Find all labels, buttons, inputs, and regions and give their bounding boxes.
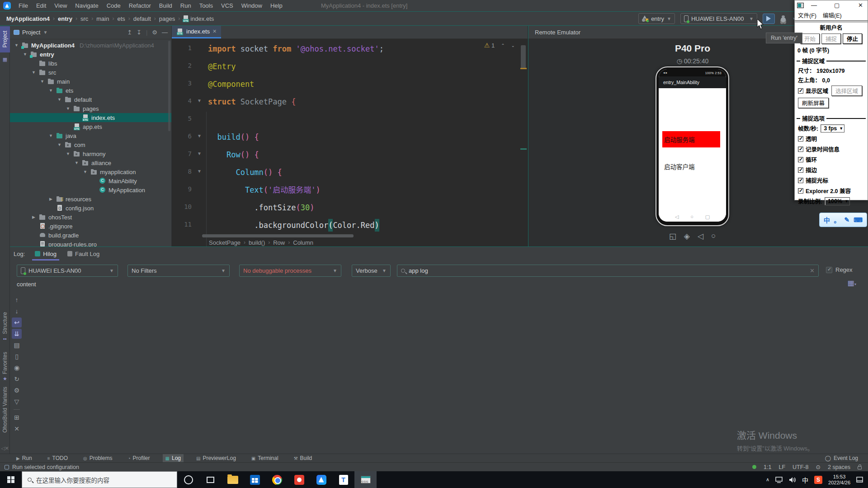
breadcrumb-item-index.ets[interactable]: index.ets bbox=[189, 15, 215, 22]
server-start-text[interactable]: 启动服务端 bbox=[662, 131, 720, 147]
tree-item-myapplication[interactable]: ▼myapplication bbox=[10, 167, 171, 176]
volume-icon[interactable] bbox=[789, 477, 796, 483]
tree-item-MyApplication4[interactable]: ▼MyApplication4D:\zhuomian\MyApplication… bbox=[10, 41, 171, 50]
fold-icon[interactable]: ▼ bbox=[197, 169, 202, 174]
code-line[interactable]: Column() { bbox=[208, 164, 384, 181]
tree-item-MyApplication[interactable]: MyApplication bbox=[10, 185, 171, 194]
file-encoding[interactable]: UTF-8 bbox=[793, 464, 808, 470]
tree-item-build.gradle[interactable]: build.gradle bbox=[10, 231, 171, 240]
eye-icon[interactable]: ⊙ bbox=[816, 464, 820, 470]
mute-icon[interactable]: ◁✕ bbox=[0, 445, 10, 451]
chevron-down-icon[interactable]: ▼ bbox=[48, 133, 54, 138]
code-line[interactable]: .backgroundColor(Color.Red) bbox=[208, 217, 384, 234]
editor-scrollbar[interactable] bbox=[521, 45, 526, 69]
scroll-down-icon[interactable]: ↓ bbox=[12, 306, 22, 316]
recorder-title-bar[interactable]: — ▢ ✕ bbox=[795, 0, 868, 10]
stop-button[interactable]: 停止 bbox=[843, 33, 862, 44]
phone-home-icon[interactable]: ○ bbox=[690, 214, 693, 220]
sidebar-tab-favorites[interactable]: Favorites ★ bbox=[0, 352, 10, 382]
tray-expand-icon[interactable]: ∧ bbox=[766, 477, 769, 483]
tree-item-app.ets[interactable]: app.ets bbox=[10, 122, 171, 131]
chevron-down-icon[interactable]: ▼ bbox=[31, 70, 37, 75]
code-line[interactable]: .fontSize(30) bbox=[208, 199, 384, 217]
code-line[interactable] bbox=[208, 111, 384, 128]
code-line[interactable]: Row() { bbox=[208, 146, 384, 164]
toolwindow-problems[interactable]: ◎Problems bbox=[80, 454, 115, 463]
sidebar-tab-project[interactable]: Project bbox=[0, 26, 10, 52]
device-dropdown[interactable]: HUAWEI ELS-AN00 ▼ bbox=[680, 13, 757, 24]
refresh-screen-button[interactable]: 刷新屏幕 bbox=[798, 98, 829, 108]
code-line[interactable]: @Component bbox=[208, 76, 384, 93]
phone-back-icon[interactable]: ◁ bbox=[675, 214, 679, 220]
home-icon[interactable]: ○ bbox=[711, 232, 716, 241]
task-view-button[interactable] bbox=[199, 471, 222, 488]
breadcrumb-item-ets[interactable]: ets bbox=[116, 15, 126, 22]
event-log-button[interactable]: ◯ Event Log bbox=[825, 454, 858, 462]
gear-icon[interactable]: ⚙ bbox=[152, 29, 157, 36]
tab-index-ets[interactable]: index.ets ✕ bbox=[172, 26, 221, 38]
code-line[interactable]: build() { bbox=[208, 128, 384, 146]
breadcrumb-item-MyApplication4[interactable]: MyApplication4 bbox=[5, 15, 51, 22]
ime-item[interactable]: ✎ bbox=[844, 216, 849, 223]
tree-item-alliance[interactable]: ▼alliance bbox=[10, 158, 171, 167]
menu-navigate[interactable]: Navigate bbox=[71, 0, 102, 11]
checkbox-icon[interactable] bbox=[798, 157, 803, 162]
start-button[interactable] bbox=[0, 471, 22, 488]
regex-checkbox[interactable]: Regex bbox=[826, 266, 853, 273]
scale-dropdown[interactable]: 100%▼ bbox=[825, 197, 850, 205]
toolwindow-profiler[interactable]: ◔Profiler bbox=[125, 454, 152, 463]
ime-item[interactable]: 中 bbox=[824, 215, 830, 224]
toolwindow-previewerlog[interactable]: ▤PreviewerLog bbox=[193, 454, 239, 463]
capture-button[interactable]: 捕捉 bbox=[821, 33, 841, 44]
expand-all-icon[interactable]: ↥ bbox=[127, 29, 132, 36]
clear-log-icon[interactable]: ▯ bbox=[12, 351, 22, 361]
tree-item-config.json[interactable]: config.json bbox=[10, 204, 171, 213]
log-filter-dropdown[interactable]: No Filters▼ bbox=[127, 265, 230, 277]
scroll-up-icon[interactable]: ↑ bbox=[12, 295, 22, 305]
sidebar-tab-structure[interactable]: Structure ▪▪ bbox=[0, 312, 10, 341]
chevron-down-icon[interactable]: ▼ bbox=[65, 152, 71, 156]
hide-panel-icon[interactable]: — bbox=[162, 29, 168, 36]
tree-item-libs[interactable]: libs bbox=[10, 59, 171, 68]
inspection-widget[interactable]: ⚠ 1 ⌃ ⌄ bbox=[484, 42, 515, 49]
recorder-menu-edit[interactable]: 编辑(E) bbox=[823, 11, 842, 19]
checkbox-icon[interactable] bbox=[798, 136, 803, 142]
tree-item-ets[interactable]: ▼ets bbox=[10, 86, 171, 95]
phone-recents-icon[interactable]: ▢ bbox=[705, 214, 710, 220]
tree-item-java[interactable]: ▼java bbox=[10, 131, 171, 140]
bookmark-icon[interactable]: ▦ bbox=[0, 57, 10, 62]
wipe-icon[interactable]: ◈ bbox=[684, 232, 690, 241]
taskbar-clock[interactable]: 15:532022/4/26 bbox=[828, 474, 850, 486]
code-line[interactable]: import socket from '@ohos.net.socket'; bbox=[208, 40, 384, 58]
fold-icon[interactable]: ▼ bbox=[197, 151, 202, 156]
menu-refactor[interactable]: Refactor bbox=[125, 0, 155, 11]
breadcrumb-item-pages[interactable]: pages bbox=[158, 15, 176, 22]
log-layout-settings-icon[interactable]: ▦▾ bbox=[848, 279, 856, 287]
next-warning-icon[interactable]: ⌄ bbox=[511, 43, 515, 48]
chevron-down-icon[interactable]: ▼ bbox=[39, 79, 45, 84]
red-app-button[interactable] bbox=[288, 471, 310, 488]
sogou-icon[interactable]: S bbox=[814, 476, 822, 484]
prev-warning-icon[interactable]: ⌃ bbox=[501, 43, 505, 48]
show-area-checkbox[interactable] bbox=[798, 88, 803, 94]
chevron-down-icon[interactable]: ▼ bbox=[57, 97, 62, 102]
chevron-right-icon[interactable]: ▶ bbox=[31, 215, 37, 219]
menu-code[interactable]: Code bbox=[103, 0, 125, 11]
notification-icon[interactable] bbox=[856, 477, 863, 483]
warning-stripe-mark[interactable] bbox=[520, 68, 527, 69]
restart-icon[interactable]: ↻ bbox=[12, 374, 22, 384]
clear-search-icon[interactable]: ✕ bbox=[810, 267, 815, 274]
tree-item-resources[interactable]: ▶resources bbox=[10, 194, 171, 204]
emulator-phone[interactable]: ◂ ▸100% 2:53 entry_MainAbility 启动服务端 启动客… bbox=[656, 66, 729, 226]
checkbox-icon[interactable] bbox=[798, 188, 803, 194]
caret-position[interactable]: 1:1 bbox=[764, 464, 771, 470]
ime-language-indicator[interactable]: 中 bbox=[802, 475, 808, 484]
editor-breadcrumb-build()[interactable]: build() bbox=[249, 239, 265, 246]
project-scrollbar[interactable] bbox=[168, 41, 170, 131]
recorder-app-button[interactable] bbox=[354, 471, 377, 488]
tree-item-default[interactable]: ▼default bbox=[10, 95, 171, 104]
menu-window[interactable]: Window bbox=[237, 0, 266, 11]
capture-icon[interactable]: ◱ bbox=[669, 232, 676, 241]
back-icon[interactable]: ◁ bbox=[698, 232, 703, 241]
close-icon[interactable]: ✕ bbox=[858, 2, 863, 9]
